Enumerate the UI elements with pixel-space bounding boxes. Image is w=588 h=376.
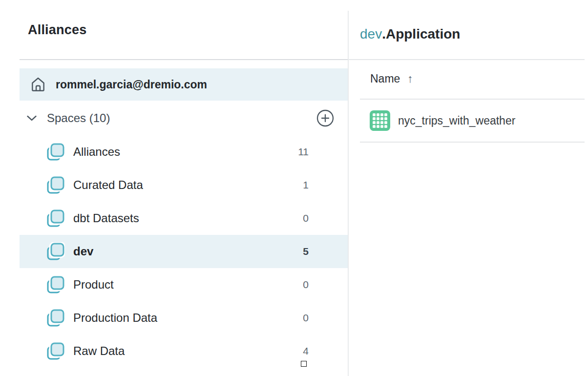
space-name: Production Data (73, 311, 157, 325)
space-icon (46, 143, 65, 161)
space-row-dbt-datasets[interactable]: dbt Datasets 0 (20, 202, 348, 235)
folder-contents-panel: dev.Application Name ↑ nyc_trips_with_we… (349, 0, 588, 376)
plus-circle-icon (316, 109, 334, 127)
home-space-label: rommel.garcia@dremio.com (56, 78, 207, 91)
breadcrumb: dev.Application (360, 26, 460, 42)
home-icon (30, 76, 46, 93)
row-divider (360, 142, 585, 143)
breadcrumb-folder-name: Application (386, 26, 460, 42)
space-name: dev (73, 245, 93, 258)
space-icon (46, 275, 65, 294)
space-dataset-count: 0 (303, 212, 309, 224)
name-column-header[interactable]: Name ↑ (370, 72, 413, 85)
dataset-row-nyc-trips[interactable]: nyc_trips_with_weather (349, 100, 585, 142)
space-row-curated-data[interactable]: Curated Data 1 (20, 168, 348, 202)
space-icon (46, 309, 65, 327)
sort-ascending-icon[interactable]: ↑ (407, 72, 413, 85)
space-icon (46, 209, 65, 228)
space-dataset-count: 0 (303, 279, 309, 291)
spaces-section-header[interactable]: Spaces (10) (20, 103, 348, 134)
space-name: Alliances (73, 145, 120, 159)
stray-square-artifact (301, 361, 307, 367)
home-space-item[interactable]: rommel.garcia@dremio.com (20, 68, 348, 101)
spaces-sidebar: Alliances rommel.garcia@dremio.com Space… (0, 0, 348, 376)
breadcrumb-space-link[interactable]: dev (360, 26, 382, 42)
space-row-alliances[interactable]: Alliances 11 (20, 135, 348, 168)
page-title: Alliances (28, 22, 86, 38)
breadcrumb-separator: . (382, 26, 386, 42)
space-row-dev-selected[interactable]: dev 5 (20, 235, 348, 268)
space-row-production-data[interactable]: Production Data 0 (20, 301, 348, 334)
space-icon (46, 242, 65, 261)
name-column-label: Name (370, 72, 400, 85)
chevron-down-icon (27, 115, 37, 121)
space-name: dbt Datasets (73, 211, 139, 225)
space-name: Product (73, 278, 114, 292)
space-name: Curated Data (73, 178, 143, 192)
space-dataset-count: 5 (303, 246, 309, 257)
space-dataset-count: 1 (303, 179, 309, 191)
physical-dataset-table-icon (370, 110, 390, 131)
spaces-section-label: Spaces (10) (47, 111, 110, 125)
space-dataset-count: 11 (298, 146, 309, 158)
space-icon (46, 176, 65, 194)
add-space-button[interactable] (316, 109, 334, 127)
dremio-catalog-screen: Alliances rommel.garcia@dremio.com Space… (0, 0, 588, 376)
header-divider (349, 59, 585, 60)
title-divider (20, 59, 348, 60)
space-dataset-count: 0 (303, 312, 309, 324)
space-dataset-count: 4 (303, 345, 309, 357)
space-row-raw-data[interactable]: Raw Data 4 (20, 334, 348, 368)
space-icon (46, 342, 65, 360)
space-name: Raw Data (73, 344, 125, 358)
dataset-name: nyc_trips_with_weather (398, 114, 515, 127)
space-row-product[interactable]: Product 0 (20, 268, 348, 301)
spaces-list: Alliances 11 Curated Data 1 dbt Datasets… (20, 135, 348, 368)
